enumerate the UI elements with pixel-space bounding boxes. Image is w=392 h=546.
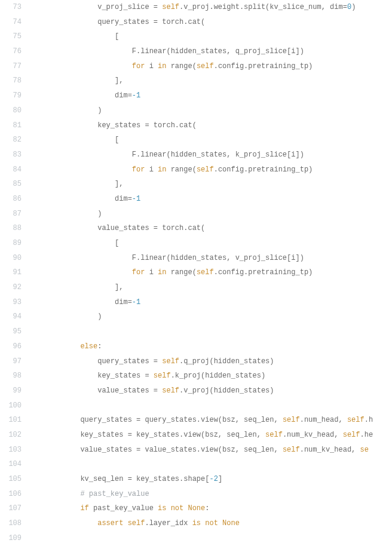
code-line[interactable]: F.linear(hidden_states, v_proj_slice[i]) [29, 251, 392, 266]
code-line[interactable]: F.linear(hidden_states, k_proj_slice[i]) [29, 148, 392, 162]
token: assert [97, 519, 123, 527]
code-line[interactable] [29, 457, 392, 472]
line-number: 88 [0, 221, 22, 236]
token: .he [360, 431, 373, 439]
code-line[interactable]: ) [29, 309, 392, 324]
token [218, 519, 222, 527]
token: else [80, 342, 97, 351]
token: not [171, 504, 184, 513]
code-line[interactable]: ], [29, 177, 392, 192]
token: ], [115, 283, 123, 292]
token: ) [97, 210, 102, 218]
token: key_states = [97, 372, 154, 380]
line-number: 109 [0, 531, 22, 546]
line-number: 90 [0, 251, 22, 266]
token: .num_kv_head, [300, 446, 360, 454]
code-line[interactable]: for i in range(self.config.pretraining_t… [29, 162, 392, 177]
token: self [283, 416, 300, 424]
token: range( [166, 62, 196, 70]
code-line[interactable]: ) [29, 103, 392, 118]
token: value_states = [97, 387, 162, 395]
token: ] [218, 475, 222, 483]
code-line[interactable]: key_states = self.k_proj(hidden_states) [29, 369, 392, 384]
token: in [158, 62, 166, 70]
code-line[interactable]: dim=-1 [29, 88, 392, 103]
token: ) [97, 106, 102, 115]
token: kv_seq_len = key_states.shape[ [80, 475, 209, 483]
code-line[interactable]: value_states = self.v_proj(hidden_states… [29, 384, 392, 398]
line-number: 108 [0, 516, 22, 531]
line-number: 81 [0, 118, 22, 133]
code-line[interactable]: if past_key_value is not None: [29, 501, 392, 516]
code-line[interactable]: ], [29, 73, 392, 88]
line-number: 80 [0, 103, 22, 118]
code-line[interactable] [29, 531, 392, 546]
code-line[interactable]: else: [29, 339, 392, 354]
code-line[interactable]: key_states = key_states.view(bsz, seq_le… [29, 428, 392, 443]
code-line[interactable]: query_states = self.q_proj(hidden_states… [29, 354, 392, 369]
code-line[interactable]: dim=-1 [29, 192, 392, 207]
token: self [197, 62, 214, 70]
code-line[interactable]: kv_seq_len = key_states.shape[-2] [29, 472, 392, 487]
token: value_states = torch.cat( [97, 224, 205, 232]
token: se [360, 446, 369, 454]
line-number: 84 [0, 162, 22, 177]
code-line[interactable]: [ [29, 133, 392, 148]
code-line[interactable]: [ [29, 29, 392, 44]
token: .layer_idx [145, 519, 192, 527]
token: [ [115, 136, 119, 144]
code-line[interactable]: key_states = torch.cat( [29, 118, 392, 133]
line-number: 95 [0, 324, 22, 339]
code-line[interactable]: value_states = value_states.view(bsz, se… [29, 443, 392, 458]
token: ], [115, 76, 123, 85]
code-line[interactable]: F.linear(hidden_states, q_proj_slice[i]) [29, 44, 392, 59]
token: .config.pretraining_tp) [214, 165, 313, 174]
line-number: 79 [0, 88, 22, 103]
token: [ [115, 239, 119, 247]
code-area[interactable]: v_proj_slice = self.v_proj.weight.split(… [29, 0, 392, 546]
token: key_states = torch.cat( [97, 121, 197, 130]
code-line[interactable]: assert self.layer_idx is not None [29, 516, 392, 531]
code-line[interactable]: query_states = query_states.view(bsz, se… [29, 413, 392, 428]
token: self [343, 431, 360, 439]
token: ) [97, 312, 102, 321]
code-line[interactable]: ], [29, 280, 392, 295]
token: query_states = [97, 357, 162, 366]
token: self [197, 268, 214, 277]
token: .v_proj(hidden_states) [179, 387, 274, 395]
line-number: 104 [0, 457, 22, 472]
code-line[interactable]: [ [29, 236, 392, 251]
code-line[interactable]: dim=-1 [29, 295, 392, 310]
line-number: 93 [0, 295, 22, 310]
token: .q_proj(hidden_states) [179, 357, 274, 366]
line-number: 97 [0, 354, 22, 369]
token: self [197, 165, 214, 174]
code-editor[interactable]: 7374757677787980818283848586878889909192… [0, 0, 392, 546]
code-line[interactable]: for i in range(self.config.pretraining_t… [29, 59, 392, 74]
token: key_states = key_states.view(bsz, seq_le… [80, 431, 265, 439]
code-line[interactable]: ) [29, 207, 392, 222]
token: query_states = query_states.view(bsz, se… [80, 416, 282, 424]
token: for [132, 165, 145, 174]
code-line[interactable] [29, 324, 392, 339]
code-line[interactable]: value_states = torch.cat( [29, 221, 392, 236]
token: dim= [115, 298, 132, 306]
code-line[interactable]: v_proj_slice = self.v_proj.weight.split(… [29, 0, 392, 15]
line-number-gutter: 7374757677787980818283848586878889909192… [0, 0, 29, 546]
token: : [97, 342, 102, 351]
code-line[interactable]: query_states = torch.cat( [29, 15, 392, 30]
token: .num_kv_head, [283, 431, 343, 439]
token: i [145, 62, 158, 70]
token: in [158, 268, 166, 277]
token: None [222, 519, 240, 527]
code-line[interactable]: for i in range(self.config.pretraining_t… [29, 265, 392, 280]
token: : [205, 504, 209, 513]
token: .config.pretraining_tp) [214, 268, 313, 277]
token: # past_key_value [80, 490, 149, 498]
code-line[interactable]: # past_key_value [29, 487, 392, 502]
token: self [265, 431, 283, 439]
token: self [347, 416, 365, 424]
line-number: 83 [0, 148, 22, 162]
code-line[interactable] [29, 398, 392, 413]
token: for [132, 62, 145, 70]
